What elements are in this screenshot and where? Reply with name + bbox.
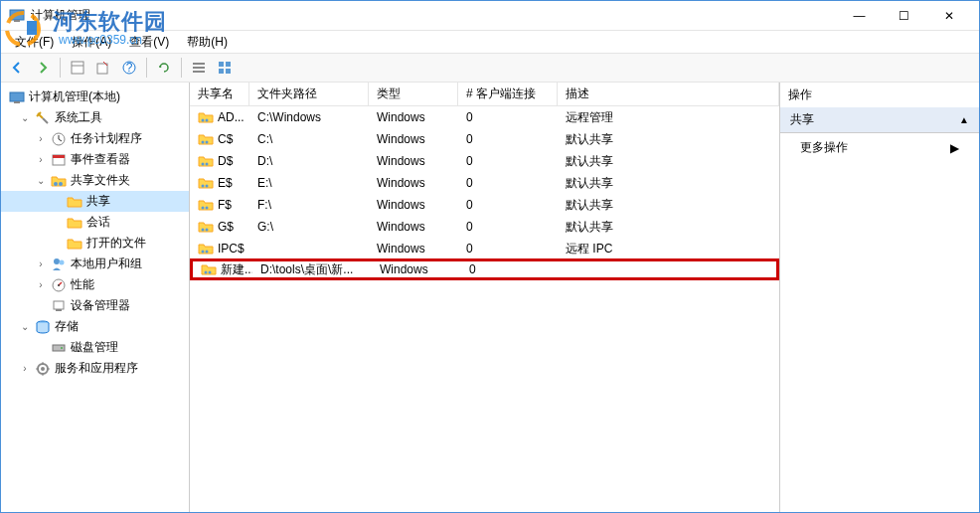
- help-icon: ?: [121, 60, 137, 76]
- col-header-path[interactable]: 文件夹路径: [249, 83, 369, 106]
- tree-label: 服务和应用程序: [55, 360, 138, 377]
- share-folder-icon: [198, 109, 214, 125]
- share-icon: [67, 194, 82, 210]
- expand-icon[interactable]: ›: [35, 154, 47, 165]
- svg-rect-10: [193, 67, 205, 69]
- svg-rect-28: [56, 309, 62, 311]
- col-header-connections[interactable]: # 客户端连接: [458, 83, 558, 106]
- tree-system-tools[interactable]: ⌄ 系统工具: [1, 107, 189, 128]
- tree-device-manager[interactable]: 设备管理器: [1, 295, 189, 316]
- actions-panel: 操作 共享 ▲ 更多操作 ▶: [780, 83, 979, 512]
- tree-task-scheduler[interactable]: › 任务计划程序: [1, 128, 189, 149]
- tree-services-apps[interactable]: › 服务和应用程序: [1, 358, 189, 379]
- cell-name: G$: [218, 220, 234, 234]
- menu-action[interactable]: 操作(A): [64, 32, 119, 53]
- tree-open-files[interactable]: 打开的文件: [1, 233, 189, 254]
- tree-label: 任务计划程序: [71, 130, 142, 147]
- svg-rect-27: [54, 301, 64, 309]
- tree-performance[interactable]: › 性能: [1, 274, 189, 295]
- svg-rect-9: [193, 63, 205, 65]
- expand-icon[interactable]: ›: [19, 363, 31, 374]
- expand-icon[interactable]: ›: [35, 133, 47, 144]
- svg-point-41: [206, 185, 209, 188]
- svg-point-49: [209, 271, 212, 274]
- expand-icon[interactable]: ›: [35, 279, 47, 290]
- storage-icon: [35, 319, 51, 335]
- svg-point-42: [202, 207, 205, 210]
- tree-label: 设备管理器: [71, 297, 130, 314]
- tree-sessions[interactable]: 会话: [1, 212, 189, 233]
- cell-name: 新建...: [221, 261, 252, 278]
- expand-icon[interactable]: ›: [35, 258, 47, 269]
- svg-point-21: [54, 182, 58, 186]
- table-row[interactable]: E$E:\Windows0默认共享: [190, 172, 779, 194]
- tree-root[interactable]: 计算机管理(本地): [1, 86, 189, 107]
- cell-name: C$: [218, 132, 233, 146]
- cell-description: 远程 IPC: [558, 239, 779, 259]
- tree-label: 本地用户和组: [71, 256, 142, 272]
- table-row[interactable]: AD...C:\WindowsWindows0远程管理: [190, 106, 779, 128]
- tree-label: 系统工具: [55, 109, 102, 126]
- refresh-button[interactable]: [152, 56, 176, 80]
- table-row[interactable]: F$F:\Windows0默认共享: [190, 194, 779, 216]
- collapse-icon[interactable]: ⌄: [19, 321, 31, 332]
- cell-connections: 0: [461, 260, 561, 278]
- tree-event-viewer[interactable]: › 事件查看器: [1, 149, 189, 170]
- forward-button[interactable]: [31, 56, 55, 80]
- table-row[interactable]: 新建...D:\tools\桌面\新...Windows0: [190, 258, 779, 280]
- tree-shares[interactable]: 共享: [1, 191, 189, 212]
- svg-point-47: [206, 251, 209, 254]
- close-button[interactable]: ✕: [926, 2, 971, 30]
- table-row[interactable]: IPC$Windows0远程 IPC: [190, 238, 779, 259]
- users-icon: [51, 256, 67, 272]
- share-folder-icon: [198, 241, 214, 256]
- collapse-icon[interactable]: ⌄: [19, 112, 31, 123]
- cell-name: AD...: [218, 110, 245, 124]
- col-header-name[interactable]: 共享名: [190, 83, 249, 106]
- tree-label: 计算机管理(本地): [29, 88, 120, 105]
- computer-icon: [9, 89, 25, 105]
- toolbar-btn-3[interactable]: ?: [117, 56, 141, 80]
- svg-rect-6: [97, 64, 107, 74]
- export-icon: [95, 60, 111, 76]
- table-row[interactable]: D$D:\Windows0默认共享: [190, 150, 779, 172]
- actions-section-header[interactable]: 共享 ▲: [780, 107, 979, 133]
- tree-disk-management[interactable]: 磁盘管理: [1, 337, 189, 358]
- cell-name: IPC$: [218, 242, 245, 256]
- svg-rect-15: [226, 69, 231, 74]
- menu-view[interactable]: 查看(V): [121, 32, 177, 53]
- svg-rect-16: [10, 92, 24, 101]
- maximize-button[interactable]: ☐: [882, 2, 926, 30]
- refresh-icon: [156, 60, 172, 76]
- collapse-icon[interactable]: ⌄: [35, 175, 47, 186]
- app-icon: [9, 8, 25, 24]
- back-button[interactable]: [5, 56, 29, 80]
- action-more[interactable]: 更多操作 ▶: [780, 133, 979, 162]
- tree-storage[interactable]: ⌄ 存储: [1, 316, 189, 337]
- table-row[interactable]: G$G:\Windows0默认共享: [190, 216, 779, 238]
- menu-help[interactable]: 帮助(H): [179, 32, 236, 53]
- svg-point-26: [58, 284, 60, 286]
- col-header-type[interactable]: 类型: [369, 83, 458, 106]
- toolbar-btn-2[interactable]: [91, 56, 115, 80]
- minimize-button[interactable]: —: [837, 2, 882, 30]
- action-more-label: 更多操作: [800, 139, 848, 156]
- table-row[interactable]: C$C:\Windows0默认共享: [190, 128, 779, 150]
- tree-label: 存储: [55, 318, 79, 335]
- svg-point-24: [60, 259, 65, 264]
- files-icon: [67, 236, 82, 252]
- toolbar-btn-6[interactable]: [213, 56, 237, 80]
- device-icon: [51, 298, 67, 314]
- toolbar-btn-1[interactable]: [66, 56, 89, 80]
- share-folder-icon: [198, 175, 214, 191]
- menu-file[interactable]: 文件(F): [7, 32, 62, 53]
- tree-shared-folders[interactable]: ⌄ 共享文件夹: [1, 170, 189, 191]
- collapse-arrow-icon: ▲: [959, 114, 969, 125]
- cell-type: Windows: [369, 196, 458, 214]
- tree-local-users[interactable]: › 本地用户和组: [1, 254, 189, 274]
- toolbar-btn-5[interactable]: [187, 56, 211, 80]
- performance-icon: [51, 277, 67, 293]
- submenu-arrow-icon: ▶: [950, 141, 959, 155]
- cell-connections: 0: [458, 218, 558, 236]
- col-header-description[interactable]: 描述: [558, 83, 779, 106]
